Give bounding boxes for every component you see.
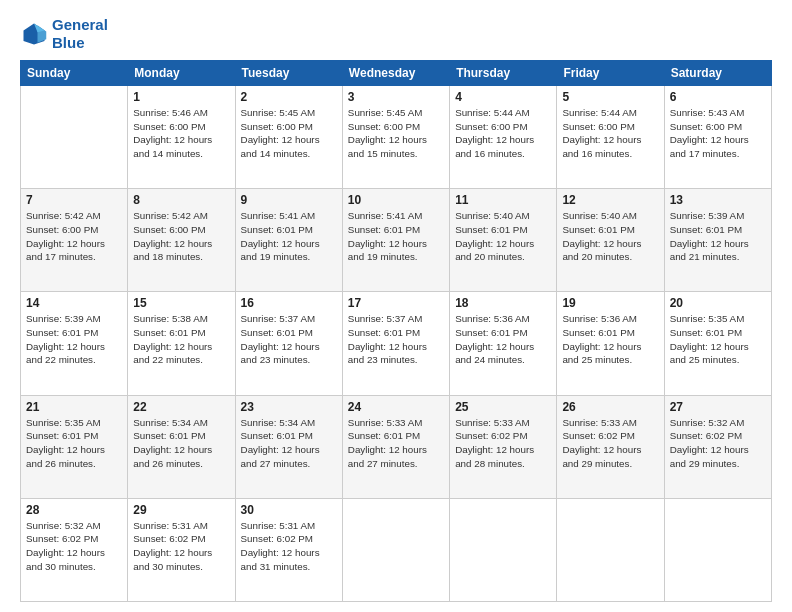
- day-header-monday: Monday: [128, 61, 235, 86]
- calendar-cell: 13Sunrise: 5:39 AMSunset: 6:01 PMDayligh…: [664, 189, 771, 292]
- calendar-cell: 1Sunrise: 5:46 AMSunset: 6:00 PMDaylight…: [128, 86, 235, 189]
- calendar-cell: 28Sunrise: 5:32 AMSunset: 6:02 PMDayligh…: [21, 498, 128, 601]
- calendar-cell: 22Sunrise: 5:34 AMSunset: 6:01 PMDayligh…: [128, 395, 235, 498]
- cell-date-number: 10: [348, 193, 444, 207]
- header: General Blue: [20, 16, 772, 52]
- day-header-saturday: Saturday: [664, 61, 771, 86]
- calendar-cell: 10Sunrise: 5:41 AMSunset: 6:01 PMDayligh…: [342, 189, 449, 292]
- calendar-week-2: 7Sunrise: 5:42 AMSunset: 6:00 PMDaylight…: [21, 189, 772, 292]
- calendar-cell: 25Sunrise: 5:33 AMSunset: 6:02 PMDayligh…: [450, 395, 557, 498]
- cell-info-text: Sunrise: 5:44 AMSunset: 6:00 PMDaylight:…: [455, 106, 551, 161]
- cell-date-number: 2: [241, 90, 337, 104]
- calendar-cell: [557, 498, 664, 601]
- calendar-cell: [21, 86, 128, 189]
- calendar-week-3: 14Sunrise: 5:39 AMSunset: 6:01 PMDayligh…: [21, 292, 772, 395]
- cell-info-text: Sunrise: 5:36 AMSunset: 6:01 PMDaylight:…: [455, 312, 551, 367]
- calendar-cell: 26Sunrise: 5:33 AMSunset: 6:02 PMDayligh…: [557, 395, 664, 498]
- cell-info-text: Sunrise: 5:31 AMSunset: 6:02 PMDaylight:…: [241, 519, 337, 574]
- calendar-cell: 7Sunrise: 5:42 AMSunset: 6:00 PMDaylight…: [21, 189, 128, 292]
- cell-date-number: 28: [26, 503, 122, 517]
- cell-info-text: Sunrise: 5:32 AMSunset: 6:02 PMDaylight:…: [26, 519, 122, 574]
- logo-text: General Blue: [52, 16, 108, 52]
- calendar-header-row: SundayMondayTuesdayWednesdayThursdayFrid…: [21, 61, 772, 86]
- cell-date-number: 17: [348, 296, 444, 310]
- cell-info-text: Sunrise: 5:42 AMSunset: 6:00 PMDaylight:…: [26, 209, 122, 264]
- cell-date-number: 24: [348, 400, 444, 414]
- cell-info-text: Sunrise: 5:41 AMSunset: 6:01 PMDaylight:…: [348, 209, 444, 264]
- cell-date-number: 9: [241, 193, 337, 207]
- cell-date-number: 4: [455, 90, 551, 104]
- cell-info-text: Sunrise: 5:31 AMSunset: 6:02 PMDaylight:…: [133, 519, 229, 574]
- cell-info-text: Sunrise: 5:40 AMSunset: 6:01 PMDaylight:…: [455, 209, 551, 264]
- calendar-cell: 27Sunrise: 5:32 AMSunset: 6:02 PMDayligh…: [664, 395, 771, 498]
- cell-info-text: Sunrise: 5:40 AMSunset: 6:01 PMDaylight:…: [562, 209, 658, 264]
- day-header-sunday: Sunday: [21, 61, 128, 86]
- cell-date-number: 22: [133, 400, 229, 414]
- cell-info-text: Sunrise: 5:32 AMSunset: 6:02 PMDaylight:…: [670, 416, 766, 471]
- cell-date-number: 19: [562, 296, 658, 310]
- calendar-cell: 18Sunrise: 5:36 AMSunset: 6:01 PMDayligh…: [450, 292, 557, 395]
- calendar-cell: 21Sunrise: 5:35 AMSunset: 6:01 PMDayligh…: [21, 395, 128, 498]
- calendar-cell: 12Sunrise: 5:40 AMSunset: 6:01 PMDayligh…: [557, 189, 664, 292]
- calendar-cell: 11Sunrise: 5:40 AMSunset: 6:01 PMDayligh…: [450, 189, 557, 292]
- cell-date-number: 8: [133, 193, 229, 207]
- cell-date-number: 5: [562, 90, 658, 104]
- day-header-friday: Friday: [557, 61, 664, 86]
- cell-date-number: 15: [133, 296, 229, 310]
- cell-date-number: 6: [670, 90, 766, 104]
- cell-date-number: 27: [670, 400, 766, 414]
- calendar-cell: 3Sunrise: 5:45 AMSunset: 6:00 PMDaylight…: [342, 86, 449, 189]
- cell-date-number: 30: [241, 503, 337, 517]
- calendar-cell: 5Sunrise: 5:44 AMSunset: 6:00 PMDaylight…: [557, 86, 664, 189]
- cell-info-text: Sunrise: 5:33 AMSunset: 6:01 PMDaylight:…: [348, 416, 444, 471]
- cell-date-number: 13: [670, 193, 766, 207]
- cell-date-number: 23: [241, 400, 337, 414]
- calendar-cell: 4Sunrise: 5:44 AMSunset: 6:00 PMDaylight…: [450, 86, 557, 189]
- cell-info-text: Sunrise: 5:45 AMSunset: 6:00 PMDaylight:…: [241, 106, 337, 161]
- calendar-cell: 23Sunrise: 5:34 AMSunset: 6:01 PMDayligh…: [235, 395, 342, 498]
- cell-date-number: 29: [133, 503, 229, 517]
- cell-date-number: 18: [455, 296, 551, 310]
- calendar-cell: 14Sunrise: 5:39 AMSunset: 6:01 PMDayligh…: [21, 292, 128, 395]
- calendar-week-4: 21Sunrise: 5:35 AMSunset: 6:01 PMDayligh…: [21, 395, 772, 498]
- calendar-cell: 6Sunrise: 5:43 AMSunset: 6:00 PMDaylight…: [664, 86, 771, 189]
- calendar-cell: 17Sunrise: 5:37 AMSunset: 6:01 PMDayligh…: [342, 292, 449, 395]
- logo-icon: [20, 20, 48, 48]
- calendar-cell: [664, 498, 771, 601]
- cell-info-text: Sunrise: 5:35 AMSunset: 6:01 PMDaylight:…: [670, 312, 766, 367]
- calendar-cell: 15Sunrise: 5:38 AMSunset: 6:01 PMDayligh…: [128, 292, 235, 395]
- cell-date-number: 25: [455, 400, 551, 414]
- calendar-cell: 16Sunrise: 5:37 AMSunset: 6:01 PMDayligh…: [235, 292, 342, 395]
- cell-info-text: Sunrise: 5:39 AMSunset: 6:01 PMDaylight:…: [26, 312, 122, 367]
- cell-info-text: Sunrise: 5:38 AMSunset: 6:01 PMDaylight:…: [133, 312, 229, 367]
- cell-info-text: Sunrise: 5:42 AMSunset: 6:00 PMDaylight:…: [133, 209, 229, 264]
- cell-date-number: 20: [670, 296, 766, 310]
- cell-info-text: Sunrise: 5:35 AMSunset: 6:01 PMDaylight:…: [26, 416, 122, 471]
- cell-info-text: Sunrise: 5:39 AMSunset: 6:01 PMDaylight:…: [670, 209, 766, 264]
- cell-date-number: 21: [26, 400, 122, 414]
- calendar-cell: 30Sunrise: 5:31 AMSunset: 6:02 PMDayligh…: [235, 498, 342, 601]
- day-header-tuesday: Tuesday: [235, 61, 342, 86]
- cell-date-number: 11: [455, 193, 551, 207]
- cell-info-text: Sunrise: 5:37 AMSunset: 6:01 PMDaylight:…: [348, 312, 444, 367]
- calendar-cell: [450, 498, 557, 601]
- cell-date-number: 7: [26, 193, 122, 207]
- cell-date-number: 1: [133, 90, 229, 104]
- calendar-cell: 2Sunrise: 5:45 AMSunset: 6:00 PMDaylight…: [235, 86, 342, 189]
- calendar-cell: 19Sunrise: 5:36 AMSunset: 6:01 PMDayligh…: [557, 292, 664, 395]
- cell-info-text: Sunrise: 5:43 AMSunset: 6:00 PMDaylight:…: [670, 106, 766, 161]
- cell-info-text: Sunrise: 5:36 AMSunset: 6:01 PMDaylight:…: [562, 312, 658, 367]
- cell-date-number: 3: [348, 90, 444, 104]
- day-header-thursday: Thursday: [450, 61, 557, 86]
- calendar-cell: 24Sunrise: 5:33 AMSunset: 6:01 PMDayligh…: [342, 395, 449, 498]
- cell-info-text: Sunrise: 5:34 AMSunset: 6:01 PMDaylight:…: [133, 416, 229, 471]
- cell-info-text: Sunrise: 5:44 AMSunset: 6:00 PMDaylight:…: [562, 106, 658, 161]
- cell-info-text: Sunrise: 5:41 AMSunset: 6:01 PMDaylight:…: [241, 209, 337, 264]
- calendar-table: SundayMondayTuesdayWednesdayThursdayFrid…: [20, 60, 772, 602]
- calendar-week-5: 28Sunrise: 5:32 AMSunset: 6:02 PMDayligh…: [21, 498, 772, 601]
- calendar-cell: 29Sunrise: 5:31 AMSunset: 6:02 PMDayligh…: [128, 498, 235, 601]
- page: General Blue SundayMondayTuesdayWednesda…: [0, 0, 792, 612]
- cell-date-number: 26: [562, 400, 658, 414]
- day-header-wednesday: Wednesday: [342, 61, 449, 86]
- cell-info-text: Sunrise: 5:33 AMSunset: 6:02 PMDaylight:…: [562, 416, 658, 471]
